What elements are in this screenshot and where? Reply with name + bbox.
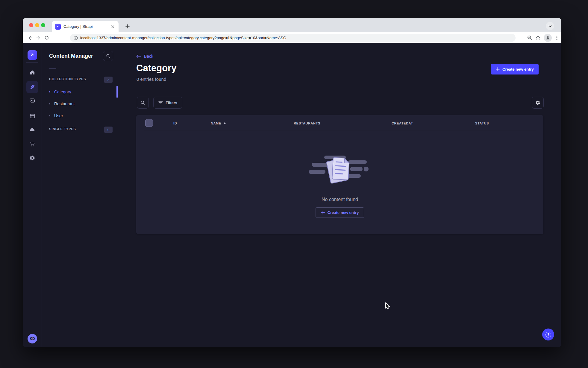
- empty-state: No content found Create new entry: [136, 131, 543, 234]
- home-icon[interactable]: [26, 66, 38, 78]
- settings-gear-icon[interactable]: [26, 152, 38, 164]
- bullet-icon: [49, 103, 50, 104]
- strapi-app: KD Content Manager COLLECTION TYPES 3 Ca…: [23, 43, 561, 347]
- browser-tabstrip: Category | Strapi: [23, 18, 561, 32]
- cloud-icon[interactable]: [26, 124, 38, 136]
- tab-search-chevron-icon[interactable]: [546, 22, 554, 30]
- subnav-item-user[interactable]: User: [49, 112, 63, 119]
- collection-types-badge: 3: [104, 77, 113, 83]
- column-header-restaurants[interactable]: RESTAURANTS: [294, 115, 320, 131]
- table-search-button[interactable]: [137, 97, 149, 109]
- column-header-name[interactable]: NAME: [211, 115, 226, 131]
- bookmark-star-icon[interactable]: [535, 35, 541, 40]
- back-link[interactable]: Back: [136, 54, 153, 59]
- entries-table: ID NAME RESTAURANTS CREATEDAT STATUS: [136, 115, 543, 234]
- desktop: Category | Strapi: [0, 0, 588, 368]
- filters-button[interactable]: Filters: [153, 97, 182, 109]
- browser-toolbar: localhost:1337/admin/content-manager/col…: [23, 32, 561, 43]
- create-new-entry-button[interactable]: Create new entry: [491, 64, 539, 74]
- single-types-label: SINGLE TYPES: [49, 127, 76, 131]
- bullet-icon: [49, 91, 50, 92]
- select-all-checkbox[interactable]: [145, 119, 153, 127]
- empty-documents-illustration: [307, 152, 372, 185]
- column-header-createdat[interactable]: CREATEDAT: [392, 115, 413, 131]
- marketplace-cart-icon[interactable]: [26, 138, 38, 150]
- main-content: Back Category 0 entries found Create new…: [118, 43, 561, 347]
- plus-icon: [321, 211, 325, 215]
- mouse-cursor: [385, 302, 391, 310]
- column-header-status[interactable]: STATUS: [475, 115, 489, 131]
- browser-window: Category | Strapi: [23, 18, 561, 347]
- strapi-favicon-icon: [55, 24, 61, 30]
- bullet-icon: [49, 115, 50, 116]
- window-close-button[interactable]: [29, 23, 33, 27]
- filters-label: Filters: [166, 101, 177, 105]
- search-icon: [140, 100, 145, 105]
- empty-create-entry-button[interactable]: Create new entry: [316, 207, 364, 218]
- user-avatar[interactable]: KD: [28, 334, 37, 343]
- content-manager-subnav: Content Manager COLLECTION TYPES 3 Categ…: [42, 43, 118, 347]
- column-header-id[interactable]: ID: [173, 115, 177, 131]
- content-manager-icon[interactable]: [26, 81, 38, 93]
- empty-create-entry-label: Create new entry: [328, 210, 359, 215]
- table-header-row: ID NAME RESTAURANTS CREATEDAT STATUS: [136, 115, 543, 131]
- subnav-title: Content Manager: [49, 53, 93, 59]
- subnav-item-label: Category: [54, 89, 71, 94]
- user-initials: KD: [30, 337, 35, 341]
- subnav-item-category[interactable]: Category: [49, 88, 71, 95]
- url-bar[interactable]: localhost:1337/admin/content-manager/col…: [70, 34, 516, 42]
- zoom-icon[interactable]: [527, 35, 532, 40]
- url-text: localhost:1337/admin/content-manager/col…: [80, 36, 286, 40]
- browser-profile-icon[interactable]: [544, 34, 552, 42]
- search-icon: [106, 54, 110, 58]
- gear-icon: [535, 100, 540, 105]
- subnav-divider: [49, 68, 56, 69]
- collection-types-label: COLLECTION TYPES: [49, 77, 86, 81]
- sort-asc-icon: [223, 122, 226, 124]
- empty-state-message: No content found: [322, 197, 358, 202]
- question-mark-icon: ?: [545, 332, 551, 337]
- filter-icon: [158, 101, 163, 104]
- subnav-item-label: Restaurant: [54, 101, 75, 106]
- tab-close-icon[interactable]: [110, 24, 116, 29]
- create-new-entry-label: Create new entry: [502, 67, 534, 72]
- content-type-builder-icon[interactable]: [26, 110, 38, 122]
- entries-count: 0 entries found: [137, 77, 166, 82]
- help-button[interactable]: ?: [542, 329, 554, 340]
- page-title: Category: [136, 63, 176, 74]
- window-zoom-button[interactable]: [41, 23, 45, 27]
- view-settings-button[interactable]: [532, 97, 544, 109]
- tab-title: Category | Strapi: [63, 24, 107, 29]
- strapi-logo-icon[interactable]: [28, 50, 37, 60]
- toolbar-right-actions: [527, 34, 559, 42]
- new-tab-button[interactable]: [123, 22, 132, 31]
- window-minimize-button[interactable]: [35, 23, 39, 27]
- browser-tab[interactable]: Category | Strapi: [52, 21, 119, 32]
- back-nav-icon[interactable]: [26, 34, 34, 42]
- site-info-icon[interactable]: [74, 36, 78, 40]
- active-item-indicator: [116, 86, 118, 98]
- back-label: Back: [144, 54, 153, 59]
- reload-icon[interactable]: [43, 34, 51, 42]
- plus-icon: [496, 67, 500, 71]
- rail-divider: [26, 62, 38, 63]
- subnav-search-button[interactable]: [103, 51, 113, 61]
- media-library-icon[interactable]: [26, 95, 38, 107]
- browser-menu-icon[interactable]: [555, 35, 559, 40]
- forward-nav-icon[interactable]: [34, 34, 43, 42]
- single-types-badge: 0: [104, 127, 113, 133]
- back-arrow-icon: [136, 54, 141, 58]
- subnav-item-restaurant[interactable]: Restaurant: [49, 100, 75, 107]
- main-nav-rail: KD: [23, 43, 42, 347]
- subnav-item-label: User: [54, 113, 63, 118]
